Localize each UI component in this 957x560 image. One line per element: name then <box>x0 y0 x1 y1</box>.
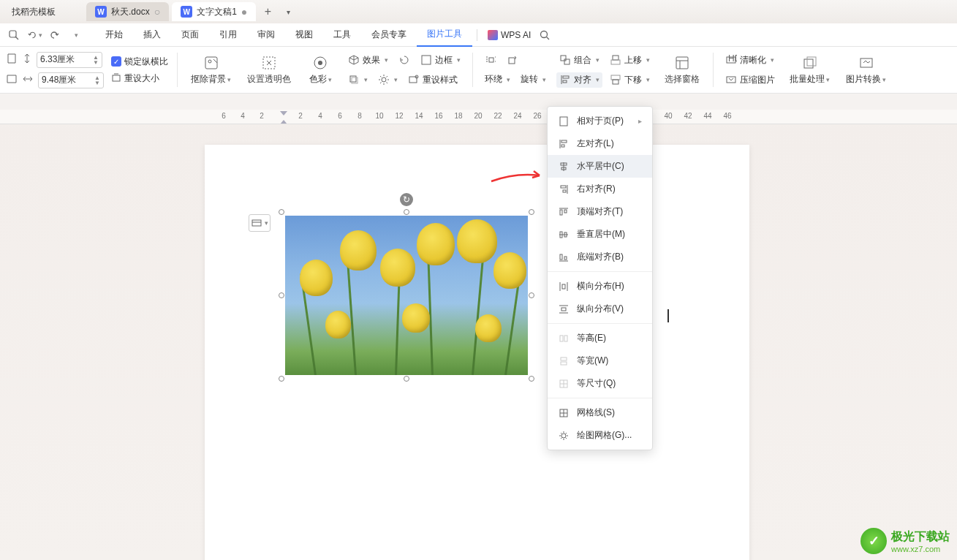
menu-insert[interactable]: 插入 <box>133 23 171 47</box>
chevron-right-icon: ▸ <box>638 117 642 125</box>
sun-icon <box>378 74 390 86</box>
layout-options-button[interactable]: ▾ <box>249 214 271 232</box>
menu-member[interactable]: 会员专享 <box>361 23 417 47</box>
svg-rect-18 <box>613 56 619 60</box>
effects-dd[interactable]: ▾ <box>345 72 371 87</box>
close-icon[interactable]: ● <box>241 6 247 18</box>
remove-bg-button[interactable]: 抠除背景▾ <box>186 50 235 90</box>
move-up-button[interactable]: 上移▾ <box>607 53 653 68</box>
doc-tab-2[interactable]: W 文字文稿1 ● <box>172 2 256 21</box>
document-tabs: 找稻壳模板 W 秋天.docx ○ W 文字文稿1 ● + ▾ <box>0 0 957 23</box>
spinner-icon[interactable]: ▲▼ <box>93 55 99 65</box>
close-icon[interactable]: ○ <box>154 6 160 18</box>
menu-review[interactable]: 审阅 <box>247 23 285 47</box>
template-tab[interactable]: 找稻壳模板 <box>3 2 83 21</box>
wrap-button[interactable] <box>482 53 499 67</box>
compress-button[interactable]: 压缩图片 <box>722 72 778 88</box>
convert-button[interactable]: 图片转换▾ <box>841 50 890 90</box>
tab-menu-button[interactable]: ▾ <box>279 3 297 20</box>
resize-handle-br[interactable] <box>529 376 534 382</box>
resize-handle-tl[interactable] <box>279 209 284 215</box>
remove-bg-label: 抠除背景▾ <box>191 73 231 86</box>
resize-handle-tm[interactable] <box>404 209 409 215</box>
menu-reference[interactable]: 引用 <box>209 23 247 47</box>
dd-gridlines[interactable]: 网格线(S) <box>548 401 652 424</box>
svg-rect-34 <box>561 145 564 147</box>
align-button[interactable]: 对齐▾ <box>556 72 602 88</box>
height-input[interactable]: ▲▼ <box>37 52 102 68</box>
resize-handle-bm[interactable] <box>404 376 409 382</box>
new-tab-button[interactable]: + <box>259 3 276 20</box>
dd-align-center-h[interactable]: 水平居中(C) <box>548 155 652 178</box>
document-page[interactable]: ▾ ↻ <box>205 145 749 560</box>
ruler-tick: 22 <box>493 112 502 120</box>
ruler-tick: 14 <box>415 112 423 120</box>
height-value[interactable] <box>40 55 93 65</box>
clear-button[interactable]: HD清晰化▾ <box>722 53 778 68</box>
dd-distribute-v[interactable]: 纵向分布(V) <box>548 298 652 320</box>
color-button[interactable]: 色彩▾ <box>303 50 338 90</box>
separator <box>477 29 477 41</box>
indent-marker[interactable] <box>280 111 287 123</box>
reset-size-button[interactable]: 重设大小 <box>111 72 168 85</box>
dd-align-right[interactable]: 右对齐(R) <box>548 178 652 200</box>
menu-tools[interactable]: 工具 <box>323 23 361 47</box>
svg-rect-31 <box>252 220 261 226</box>
rotate-left-button[interactable] <box>396 53 413 67</box>
redo-button[interactable] <box>47 27 63 43</box>
ruler-tick: 6 <box>338 112 342 120</box>
resize-handle-mr[interactable] <box>529 292 534 298</box>
svg-rect-32 <box>560 117 567 126</box>
wps-ai-button[interactable]: WPS AI <box>482 30 537 40</box>
svg-point-11 <box>382 77 386 82</box>
wrap-dd[interactable]: 环绕▾ <box>482 72 513 87</box>
rotate-button[interactable] <box>504 53 521 67</box>
width-input[interactable]: ▲▼ <box>38 72 104 88</box>
search-button[interactable] <box>537 27 553 43</box>
dd-draw-grid[interactable]: 绘图网格(G)... <box>548 424 652 447</box>
dd-align-middle[interactable]: 垂直居中(M) <box>548 223 652 246</box>
dd-distribute-h[interactable]: 横向分布(H) <box>548 275 652 298</box>
border-button[interactable]: 边框▾ <box>417 53 464 68</box>
doc-tab-1[interactable]: W 秋天.docx ○ <box>86 2 169 21</box>
up-label: 上移 <box>624 54 642 67</box>
dd-align-left[interactable]: 左对齐(L) <box>548 132 652 155</box>
select-pane-button[interactable]: 选择窗格 <box>660 50 704 90</box>
menu-page[interactable]: 页面 <box>171 23 209 47</box>
svg-rect-28 <box>804 59 813 68</box>
undo-button[interactable]: ▾ <box>26 27 42 43</box>
qat-more[interactable]: ▾ <box>67 27 83 43</box>
svg-rect-3 <box>205 57 217 69</box>
rotate-label: 旋转 <box>521 73 538 86</box>
ruler-tick: 4 <box>318 112 322 120</box>
effect-button[interactable]: 效果▾ <box>345 53 391 68</box>
group-button[interactable]: 组合▾ <box>556 53 602 68</box>
text-cursor <box>667 309 669 322</box>
move-down-button[interactable]: 下移▾ <box>607 72 653 88</box>
eq-size-icon <box>558 378 570 390</box>
dd-align-top[interactable]: 顶端对齐(T) <box>548 200 652 223</box>
menu-picture-tools[interactable]: 图片工具 <box>417 23 472 47</box>
dd-relative-page[interactable]: 相对于页(P)▸ <box>548 110 652 132</box>
spinner-icon[interactable]: ▲▼ <box>94 75 100 86</box>
rotate-dd[interactable]: 旋转▾ <box>518 72 549 87</box>
ribbon: ▲▼ ▲▼ ✓锁定纵横比 重设大小 抠除背景▾ 设置透明色 色彩▾ 效果▾ 边框… <box>0 47 957 94</box>
dd-align-bottom[interactable]: 底端对齐(B) <box>548 246 652 268</box>
down-icon <box>610 74 621 86</box>
reset-style-button[interactable]: 重设样式 <box>405 72 461 88</box>
resize-handle-tr[interactable] <box>529 209 534 215</box>
menu-view[interactable]: 视图 <box>285 23 323 47</box>
width-value[interactable] <box>42 75 94 86</box>
selected-image[interactable]: ↻ <box>281 212 532 379</box>
brightness-button[interactable]: ▾ <box>375 72 401 87</box>
lock-ratio-checkbox[interactable]: ✓锁定纵横比 <box>111 56 168 68</box>
rotate-handle[interactable]: ↻ <box>400 193 413 206</box>
resize-handle-bl[interactable] <box>279 376 284 382</box>
resize-handle-ml[interactable] <box>279 292 284 298</box>
transparent-button[interactable]: 设置透明色 <box>243 50 295 90</box>
reset-size-label: 重设大小 <box>124 72 159 85</box>
menu-start[interactable]: 开始 <box>95 23 133 47</box>
search-icon[interactable] <box>6 27 22 43</box>
batch-button[interactable]: 批量处理▾ <box>785 50 834 90</box>
convert-icon <box>858 55 874 71</box>
